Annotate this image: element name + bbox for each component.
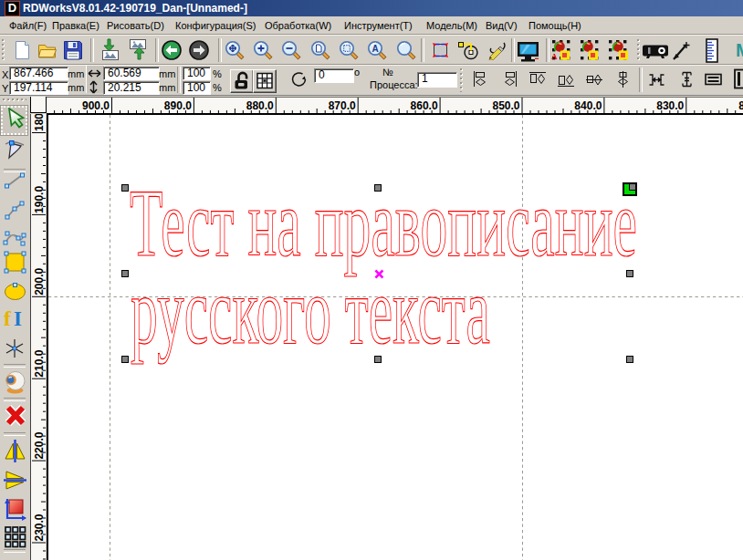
svg-text:A: A xyxy=(372,44,378,54)
svg-text:850.0: 850.0 xyxy=(492,99,519,112)
svg-text:890.0: 890.0 xyxy=(164,99,192,112)
svg-text:820.0: 820.0 xyxy=(738,99,743,112)
svg-text:220.0: 220.0 xyxy=(33,431,46,459)
svg-text:190.0: 190.0 xyxy=(33,186,46,213)
svg-text:А: А xyxy=(551,52,558,61)
svg-text:880.0: 880.0 xyxy=(246,99,274,112)
svg-text:210.0: 210.0 xyxy=(33,349,46,377)
svg-text:180.0: 180.0 xyxy=(33,114,46,131)
svg-text:860.0: 860.0 xyxy=(411,99,438,112)
svg-text:230.0: 230.0 xyxy=(33,513,46,541)
svg-text:русского текста: русского текста xyxy=(131,257,490,364)
svg-text:200.0: 200.0 xyxy=(33,267,46,295)
svg-text:900.0: 900.0 xyxy=(82,99,110,112)
svg-text:870.0: 870.0 xyxy=(329,99,356,112)
svg-text:840.0: 840.0 xyxy=(574,99,602,112)
svg-text:830.0: 830.0 xyxy=(656,99,684,112)
